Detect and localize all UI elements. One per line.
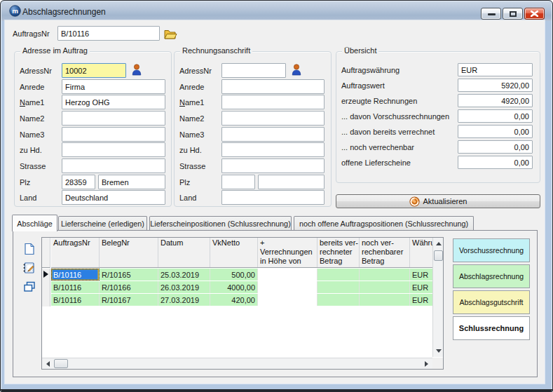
anrede-label: Anrede <box>20 83 44 91</box>
tab-offene-auftragspositionen[interactable]: noch offene Auftragspositionen (Schlussr… <box>294 216 474 230</box>
ra-name2-input[interactable] <box>221 111 325 126</box>
close-icon <box>531 11 538 17</box>
minimize-button[interactable] <box>481 8 501 20</box>
cell[interactable] <box>258 281 318 293</box>
copy-record-icon[interactable] <box>23 281 36 293</box>
col-header-noch-verrechenbar[interactable]: noch ver- rechenbarer Betrag <box>360 238 410 267</box>
cell[interactable]: B/10116 <box>51 294 100 306</box>
name1-rest-text: ame1 <box>185 98 205 107</box>
person-icon[interactable] <box>132 64 142 76</box>
col-header-datum[interactable]: Datum <box>158 238 210 267</box>
maximize-button[interactable] <box>503 8 523 20</box>
ra-ort-input[interactable] <box>258 175 325 189</box>
cell[interactable]: 26.03.2019 <box>158 281 210 293</box>
adressnr-input[interactable]: 10002 <box>62 63 126 78</box>
abschlagsrechnung-button[interactable]: Abschlagsrechnung <box>453 264 530 288</box>
cell[interactable] <box>318 281 360 293</box>
ra-land-input[interactable] <box>221 190 325 205</box>
cell[interactable]: 27.03.2019 <box>158 294 210 306</box>
aktualisieren-button[interactable]: Aktualisieren <box>336 194 540 208</box>
cell[interactable]: R/10165 <box>100 269 158 281</box>
tab-abschlaege[interactable]: Abschläge <box>12 215 57 231</box>
scroll-up-button[interactable] <box>434 238 443 249</box>
cell[interactable] <box>258 269 318 281</box>
label-text: Lieferscheine (erledigen) <box>61 219 144 228</box>
person-icon[interactable] <box>292 64 301 76</box>
cell[interactable]: R/10166 <box>100 281 158 293</box>
auftragswaehrung-field[interactable]: EUR <box>458 63 533 76</box>
plz-input[interactable]: 28359 <box>62 175 95 189</box>
col-header-belegnr[interactable]: BelegNr <box>100 238 158 267</box>
tab-lieferscheinpositionen[interactable]: Lieferscheinpositionen (Schlussrechnung) <box>149 216 292 230</box>
ra-name1-input[interactable] <box>221 95 325 109</box>
close-button[interactable] <box>524 8 545 20</box>
new-document-icon[interactable] <box>23 243 36 255</box>
davon-verrechnet-label: ... davon bereits verrechnet <box>341 128 435 136</box>
cell[interactable]: EUR <box>410 269 433 281</box>
offene-lieferscheine-label: offene Lieferscheine <box>341 158 411 167</box>
cell[interactable]: EUR <box>410 281 433 293</box>
cell[interactable] <box>360 281 410 293</box>
ort-input[interactable]: Bremen <box>98 175 165 189</box>
titlebar[interactable]: m Abschlagsrechnungen <box>1 1 552 21</box>
auftragswert-field[interactable]: 5920,00 <box>458 79 533 92</box>
col-header-verrechnungen[interactable]: + Verrechnungen in Höhe von <box>258 238 318 267</box>
name3-input[interactable] <box>62 127 165 142</box>
vertical-scroll-thumb[interactable] <box>434 250 443 261</box>
cell[interactable]: 4000,00 <box>210 281 258 293</box>
anrede-input[interactable]: Firma <box>62 79 165 94</box>
erzeugte-rechnungen-field[interactable]: 4920,00 <box>458 94 533 107</box>
cell[interactable] <box>258 294 318 306</box>
adressnr-label: AdressNr <box>20 67 52 75</box>
cell[interactable]: 420,00 <box>210 294 258 306</box>
aktualisieren-label: Aktualisieren <box>423 197 467 205</box>
ra-name3-input[interactable] <box>221 127 325 142</box>
auftragsnr-input[interactable]: B/10116 <box>57 26 160 41</box>
horizontal-scroll-thumb[interactable] <box>54 359 68 368</box>
ra-strasse-input[interactable] <box>221 158 325 173</box>
strasse-input[interactable] <box>62 158 165 173</box>
zuhd-input[interactable] <box>62 142 165 157</box>
cell[interactable] <box>318 294 360 306</box>
scroll-down-button[interactable] <box>434 346 443 356</box>
cell[interactable] <box>360 269 410 281</box>
abschlagsgutschrift-button[interactable]: Abschlagsgutschrift <box>453 290 530 314</box>
schlussrechnung-button[interactable]: Schlussrechnung <box>453 316 530 340</box>
cell[interactable]: EUR <box>410 294 433 306</box>
refresh-icon <box>409 196 420 207</box>
scrollbar-corner <box>432 358 443 369</box>
cell[interactable] <box>360 294 410 306</box>
scroll-right-button[interactable] <box>421 359 432 368</box>
ra-name3-label: Name3 <box>179 130 204 139</box>
noch-verrechenbar-field[interactable]: 0,00 <box>458 140 533 154</box>
col-header-bereits-verrechnet[interactable]: bereits ver- rechneter Betrag <box>318 238 360 267</box>
folder-icon[interactable] <box>163 27 177 40</box>
cell[interactable]: B/10116 <box>51 281 100 293</box>
name2-label: Name2 <box>20 114 44 123</box>
cell[interactable] <box>318 269 360 281</box>
ra-anrede-input[interactable] <box>221 79 325 94</box>
ra-zuhd-input[interactable] <box>221 142 325 157</box>
ra-plz-input[interactable] <box>221 175 255 189</box>
strasse-label: Strasse <box>20 162 46 170</box>
grid-vertical-scrollbar[interactable] <box>432 238 443 357</box>
cell[interactable]: 25.03.2019 <box>158 269 210 281</box>
scroll-left-button[interactable] <box>43 359 53 368</box>
davon-vorschuss-field[interactable]: 0,00 <box>458 109 533 123</box>
cell[interactable]: R/10167 <box>100 294 158 306</box>
cell[interactable]: 500,00 <box>210 269 258 281</box>
land-input[interactable]: Deutschland <box>62 190 165 205</box>
name2-input[interactable] <box>62 111 165 126</box>
edit-record-icon[interactable] <box>22 262 35 274</box>
ra-adressnr-input[interactable] <box>221 63 286 78</box>
tab-lieferscheine[interactable]: Lieferscheine (erledigen) <box>58 216 147 230</box>
col-header-auftragsnr[interactable]: AuftragsNr <box>51 238 100 267</box>
grid-horizontal-scrollbar[interactable] <box>42 358 432 369</box>
vorschussrechnung-button[interactable]: Vorschussrechnung <box>453 238 530 262</box>
col-header-waehrung[interactable]: Währu <box>410 238 433 267</box>
name1-input[interactable]: Herzog OHG <box>62 95 165 109</box>
col-header-vknetto[interactable]: VkNetto <box>210 238 258 267</box>
davon-verrechnet-field[interactable]: 0,00 <box>458 125 533 138</box>
offene-lieferscheine-field[interactable]: 0,00 <box>458 156 533 169</box>
cell[interactable]: B/10116 <box>51 269 100 281</box>
